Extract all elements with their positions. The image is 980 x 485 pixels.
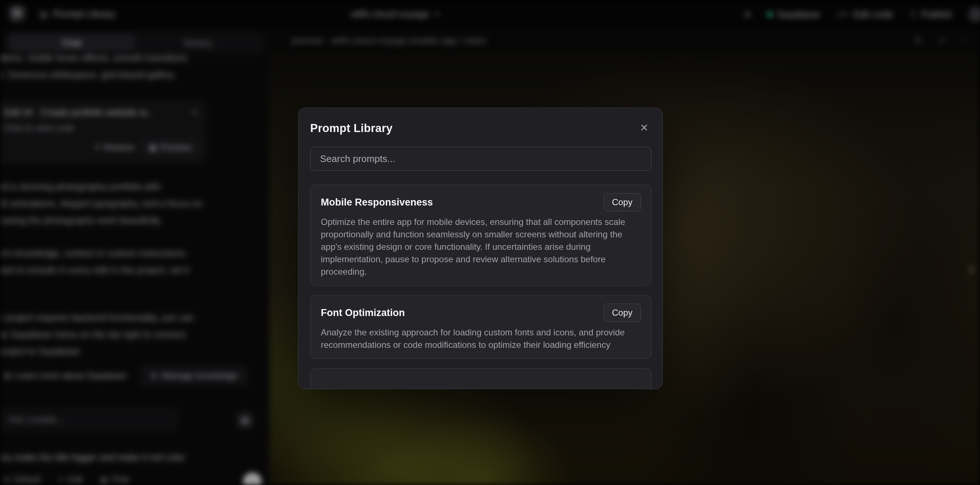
close-icon: ✕ — [640, 122, 648, 134]
prompt-description: Optimize the entire app for mobile devic… — [321, 216, 641, 278]
prompt-description: Analyze the existing approach for loadin… — [321, 326, 641, 351]
copy-button[interactable]: Copy — [603, 304, 641, 322]
prompt-title: Font Optimization — [321, 307, 405, 319]
modal-close-button[interactable]: ✕ — [635, 119, 653, 136]
lovable-app-screen: ♥ ▤ Prompt Library wilfs-cloud-voyage ▾ … — [0, 0, 980, 485]
prompt-list: Mobile Responsiveness Copy Optimize the … — [310, 185, 651, 389]
prompt-card-font-optimization: Font Optimization Copy Analyze the exist… — [310, 295, 652, 359]
modal-title: Prompt Library — [310, 122, 393, 135]
prompt-card-partial — [310, 368, 652, 389]
prompt-search-box — [310, 147, 652, 171]
prompt-library-modal: Prompt Library ✕ Mobile Responsiveness C… — [298, 108, 663, 389]
copy-button[interactable]: Copy — [603, 193, 641, 211]
prompt-card-mobile-responsiveness: Mobile Responsiveness Copy Optimize the … — [310, 185, 652, 286]
prompt-title: Mobile Responsiveness — [321, 197, 433, 208]
prompt-search-input[interactable] — [310, 153, 651, 165]
